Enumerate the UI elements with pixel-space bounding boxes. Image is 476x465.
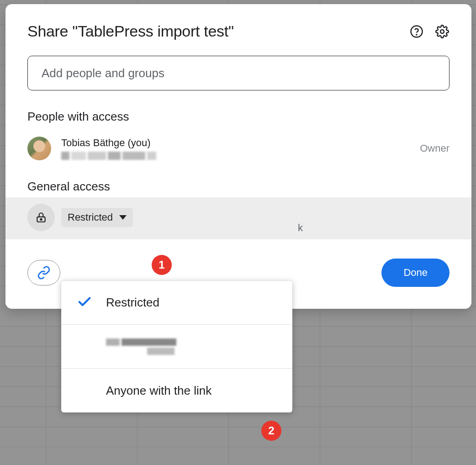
dropdown-option-anyone[interactable]: Anyone with the link bbox=[61, 369, 292, 412]
role-label: Owner bbox=[420, 143, 450, 154]
dropdown-option-restricted[interactable]: Restricted bbox=[61, 281, 292, 325]
lock-icon bbox=[27, 204, 55, 231]
svg-point-2 bbox=[440, 30, 444, 33]
add-people-input[interactable] bbox=[27, 56, 450, 90]
svg-point-1 bbox=[416, 34, 417, 35]
dropdown-option-label: Anyone with the link bbox=[106, 384, 212, 398]
annotation-badge-1: 1 bbox=[152, 255, 172, 275]
chevron-down-icon bbox=[119, 215, 127, 220]
general-access-row: Restricted k bbox=[27, 204, 450, 231]
dialog-header: Share "TablePress import test" bbox=[27, 22, 450, 40]
avatar bbox=[27, 137, 51, 160]
help-icon[interactable] bbox=[409, 24, 424, 39]
access-level-label: Restricted bbox=[68, 211, 113, 223]
dropdown-option-org[interactable] bbox=[61, 325, 292, 369]
gear-icon[interactable] bbox=[435, 24, 450, 39]
general-access-heading: General access bbox=[27, 180, 450, 197]
dropdown-option-label: Restricted bbox=[106, 296, 159, 310]
person-name: Tobias Bäthge (you) bbox=[61, 137, 162, 149]
access-level-dropdown: Restricted Anyone with the link bbox=[61, 281, 292, 412]
general-access-section: Restricted k bbox=[5, 197, 471, 239]
check-icon bbox=[77, 294, 93, 312]
dialog-title: Share "TablePress import test" bbox=[27, 22, 234, 40]
person-email-redacted bbox=[61, 152, 162, 160]
person-row: Tobias Bäthge (you) Owner bbox=[27, 137, 450, 160]
access-level-dropdown-trigger[interactable]: Restricted bbox=[61, 208, 133, 227]
link-icon bbox=[37, 266, 51, 280]
svg-point-4 bbox=[40, 219, 42, 220]
people-with-access-heading: People with access bbox=[27, 110, 450, 124]
person-info: Tobias Bäthge (you) bbox=[61, 137, 162, 160]
copy-link-button[interactable] bbox=[27, 260, 60, 285]
annotation-badge-2: 2 bbox=[261, 421, 281, 441]
share-dialog: Share "TablePress import test" People wi… bbox=[5, 4, 471, 309]
header-icon-group bbox=[409, 24, 450, 39]
access-description-truncated: k bbox=[298, 222, 303, 234]
person-left: Tobias Bäthge (you) bbox=[27, 137, 162, 160]
dropdown-option-redacted bbox=[106, 338, 206, 355]
done-button[interactable]: Done bbox=[381, 259, 450, 287]
